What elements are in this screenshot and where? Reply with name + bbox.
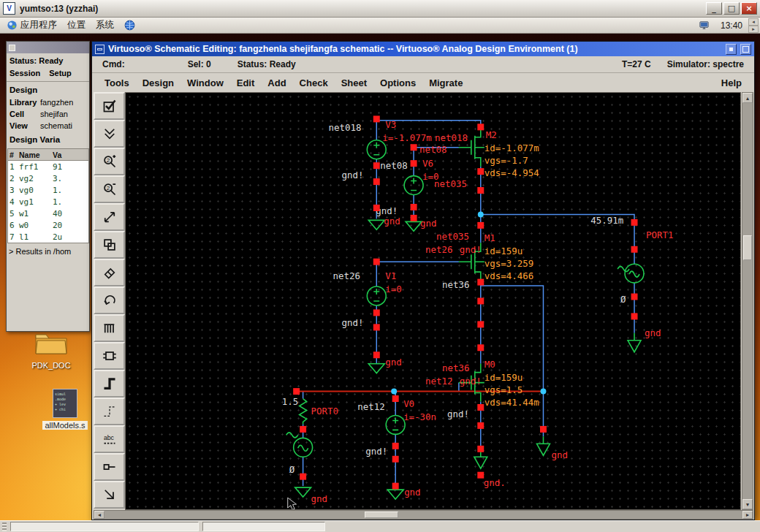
- selection-handle[interactable]: [477, 321, 484, 327]
- desktop-icon-allmodels[interactable]: simul .mode + lev + chi allModels.s: [34, 389, 96, 431]
- schematic-label[interactable]: net035: [434, 178, 467, 189]
- browser-launcher[interactable]: [119, 18, 140, 33]
- minimize-button[interactable]: [726, 44, 737, 55]
- scroll-up-arrow-icon[interactable]: ▴: [742, 93, 753, 103]
- schematic-label[interactable]: M0: [484, 359, 495, 370]
- display-applet[interactable]: [694, 18, 715, 33]
- schematic-label[interactable]: M1: [484, 232, 495, 243]
- table-row[interactable]: 1 frf1 91: [8, 161, 88, 172]
- schematic-label[interactable]: gnd.: [484, 477, 506, 488]
- virtuoso-titlebar[interactable]: Virtuoso® Schematic Editing: fangzhenla …: [92, 42, 754, 56]
- menu-add[interactable]: Add: [261, 77, 292, 88]
- system-menu[interactable]: 系统: [91, 18, 119, 33]
- selection-handle[interactable]: [477, 472, 484, 479]
- selection-handle[interactable]: [477, 404, 484, 411]
- menu-design[interactable]: Design: [136, 77, 180, 88]
- delete-button[interactable]: [94, 259, 125, 286]
- schematic-label[interactable]: i=0: [385, 284, 401, 294]
- schematic-label[interactable]: 1.5: [282, 396, 298, 407]
- menu-window[interactable]: Window: [180, 77, 230, 88]
- solder-dot[interactable]: [540, 389, 546, 395]
- schematic-label[interactable]: Ø: [289, 464, 295, 475]
- vertical-scrollbar[interactable]: ▴ ▾: [742, 92, 753, 510]
- schematic-label[interactable]: net26: [332, 270, 360, 281]
- schematic-label[interactable]: V3: [385, 119, 396, 130]
- wide-wire-button[interactable]: [94, 370, 125, 398]
- taskbar-window-button[interactable]: [202, 522, 325, 531]
- desktop-icon-pdk-doc[interactable]: PDK_DOC: [20, 330, 82, 371]
- selection-handle[interactable]: [477, 422, 484, 429]
- schematic-label[interactable]: net018: [435, 132, 468, 143]
- schematic-label[interactable]: gnd: [404, 487, 420, 498]
- selection-handle[interactable]: [411, 215, 417, 221]
- stretch-button[interactable]: [94, 203, 125, 231]
- schematic-label[interactable]: gnd!: [460, 376, 482, 387]
- schematic-label[interactable]: vds=-4.954: [484, 167, 539, 178]
- solder-dot[interactable]: [478, 211, 484, 217]
- close-button[interactable]: ×: [741, 2, 757, 15]
- schematic-label[interactable]: gnd!: [341, 317, 363, 328]
- selection-handle[interactable]: [477, 446, 484, 452]
- schematic-label[interactable]: gnd: [645, 327, 661, 338]
- selection-handle[interactable]: [477, 123, 484, 130]
- selection-handle[interactable]: [631, 219, 638, 226]
- panel-hide-left-arrow-icon[interactable]: ◂: [748, 18, 759, 26]
- places-menu[interactable]: 位置: [62, 18, 91, 33]
- schematic-label[interactable]: id=159u: [484, 372, 522, 383]
- desktop[interactable]: Status: Ready Session Setup Design Libra…: [0, 34, 760, 520]
- wire-name-button[interactable]: abc: [94, 425, 125, 453]
- cmd-options-button[interactable]: [94, 481, 125, 509]
- solder-dot[interactable]: [391, 389, 397, 395]
- schematic-label[interactable]: net08: [380, 160, 407, 171]
- schematic-label[interactable]: net035: [436, 231, 469, 242]
- schematic-label[interactable]: gnd!: [460, 244, 482, 255]
- applications-menu[interactable]: 应用程序: [1, 18, 62, 33]
- schematic-label[interactable]: net12: [357, 401, 384, 412]
- menu-migrate[interactable]: Migrate: [422, 77, 469, 88]
- selection-handle[interactable]: [477, 168, 484, 175]
- selection-handle[interactable]: [293, 388, 300, 395]
- schematic-label[interactable]: gnd!: [341, 170, 363, 180]
- descend-button[interactable]: [94, 120, 125, 148]
- schematic-label[interactable]: vgs=3.259: [484, 258, 533, 269]
- menu-setup[interactable]: Setup: [49, 69, 72, 77]
- menu-tools[interactable]: Tools: [98, 77, 136, 88]
- zoom-out-button[interactable]: 2: [94, 175, 125, 203]
- window-list-handle-icon[interactable]: [2, 522, 7, 531]
- schematic-label[interactable]: gnd: [385, 357, 401, 368]
- selection-handle[interactable]: [477, 344, 484, 351]
- narrow-wire-button[interactable]: [94, 398, 125, 425]
- schematic-label[interactable]: net36: [442, 279, 469, 290]
- virtuoso-window[interactable]: Virtuoso® Schematic Editing: fangzhenla …: [91, 41, 755, 520]
- selection-handle[interactable]: [631, 294, 638, 300]
- menu-options[interactable]: Options: [373, 77, 422, 88]
- selection-handle[interactable]: [373, 162, 380, 169]
- schematic-label[interactable]: net08: [419, 144, 446, 155]
- table-row[interactable]: 3 vg0 1.: [8, 184, 88, 196]
- schematic-label[interactable]: vgs=-1.7: [484, 155, 528, 166]
- selection-handle[interactable]: [392, 483, 399, 490]
- check-save-button[interactable]: [94, 92, 125, 120]
- table-row[interactable]: 6 w0 20: [8, 219, 88, 231]
- selection-handle[interactable]: [477, 187, 484, 194]
- schematic-label[interactable]: Ø: [620, 294, 626, 305]
- maximize-button[interactable]: □: [723, 2, 740, 15]
- selection-handle[interactable]: [300, 426, 306, 433]
- selection-handle[interactable]: [631, 246, 638, 253]
- menu-edit[interactable]: Edit: [230, 77, 262, 88]
- selection-handle[interactable]: [411, 204, 417, 210]
- instance-button[interactable]: [94, 314, 125, 342]
- schematic-label[interactable]: vds=4.466: [484, 270, 533, 281]
- selection-handle[interactable]: [373, 178, 380, 185]
- minimize-button[interactable]: _: [706, 2, 722, 15]
- selection-handle[interactable]: [411, 160, 417, 167]
- selection-handle[interactable]: [373, 352, 380, 358]
- schematic-label[interactable]: i=-1.077m: [382, 132, 431, 143]
- ade-window[interactable]: Status: Ready Session Setup Design Libra…: [6, 41, 90, 332]
- table-row[interactable]: 2 vg2 3.: [8, 172, 88, 184]
- schematic-label[interactable]: M2: [486, 129, 497, 140]
- schematic-label[interactable]: V6: [422, 158, 433, 169]
- pin-button[interactable]: [94, 453, 125, 481]
- selection-handle[interactable]: [477, 279, 484, 286]
- schematic-label[interactable]: vds=41.44m: [484, 397, 539, 408]
